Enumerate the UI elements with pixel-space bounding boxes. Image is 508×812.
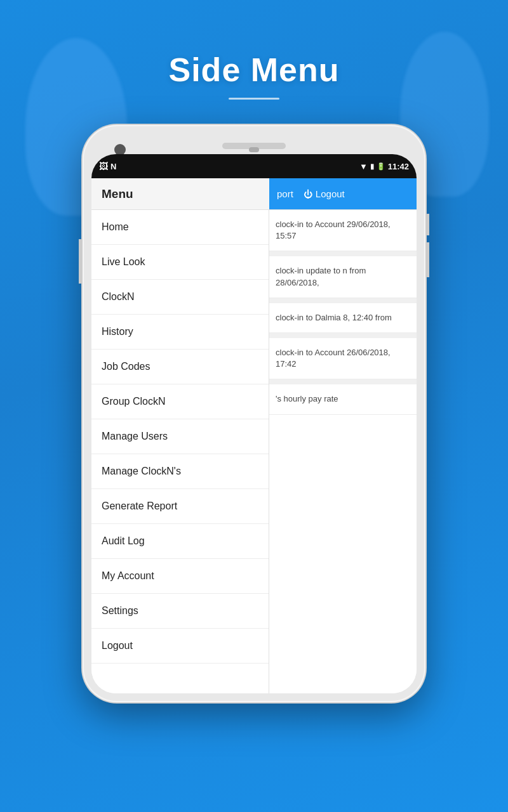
- menu-item-job-codes[interactable]: Job Codes: [91, 350, 269, 384]
- status-bar-right-icons: ▼ ▮ 🔋 11:42: [359, 162, 409, 171]
- activity-divider: [269, 251, 417, 256]
- activity-divider: [269, 379, 417, 384]
- activity-item: clock-in to Account 26/06/2018, 17:42: [269, 338, 417, 379]
- activity-item: clock-in to Account 29/06/2018, 15:57: [269, 210, 417, 251]
- app-bar-logout-button[interactable]: ⏻ Logout: [304, 188, 345, 199]
- app-bar-menu-title: Menu: [91, 187, 269, 201]
- menu-item-my-account[interactable]: My Account: [91, 559, 269, 594]
- activity-item: 's hourly pay rate: [269, 384, 417, 414]
- app-bar-actions: port ⏻ Logout: [269, 178, 417, 209]
- phone-body: 🖼 N ▼ ▮ 🔋 11:42 Menu port ⏻ Logout: [83, 125, 425, 702]
- activity-item: clock-in to Dalmia 8, 12:40 from: [269, 303, 417, 333]
- title-underline: [229, 98, 279, 100]
- volume-up-button: [425, 214, 429, 235]
- menu-item-manage-users[interactable]: Manage Users: [91, 419, 269, 454]
- menu-item-clockn[interactable]: ClockN: [91, 280, 269, 315]
- wifi-icon: ▼: [359, 162, 368, 171]
- phone-mockup: 🖼 N ▼ ▮ 🔋 11:42 Menu port ⏻ Logout: [79, 125, 429, 709]
- menu-item-logout[interactable]: Logout: [91, 629, 269, 664]
- app-bar-report-label[interactable]: port: [277, 188, 293, 199]
- status-bar-left-icons: 🖼 N: [99, 161, 116, 171]
- notification-icon-n: N: [110, 162, 116, 171]
- home-indicator: [249, 147, 259, 152]
- activity-feed: clock-in to Account 29/06/2018, 15:57clo…: [269, 210, 417, 693]
- side-menu: HomeLive LookClockNHistoryJob CodesGroup…: [91, 210, 269, 693]
- menu-item-manage-clockns[interactable]: Manage ClockN's: [91, 454, 269, 489]
- menu-item-audit-log[interactable]: Audit Log: [91, 524, 269, 559]
- status-time: 11:42: [388, 162, 409, 171]
- power-icon: ⏻: [304, 189, 312, 199]
- signal-icon: ▮: [370, 162, 374, 171]
- menu-item-home[interactable]: Home: [91, 210, 269, 245]
- notification-icon-image: 🖼: [99, 161, 108, 171]
- volume-down-button: [425, 242, 429, 277]
- status-bar: 🖼 N ▼ ▮ 🔋 11:42: [91, 154, 417, 178]
- activity-item: clock-in update to n from 28/06/2018,: [269, 256, 417, 298]
- menu-item-group-clockn[interactable]: Group ClockN: [91, 384, 269, 419]
- power-button: [79, 239, 83, 284]
- phone-screen: 🖼 N ▼ ▮ 🔋 11:42 Menu port ⏻ Logout: [91, 154, 417, 693]
- activity-divider: [269, 298, 417, 303]
- menu-item-generate-report[interactable]: Generate Report: [91, 489, 269, 524]
- app-bar: Menu port ⏻ Logout: [91, 178, 417, 210]
- page-title: Side Menu: [168, 51, 339, 89]
- menu-item-live-look[interactable]: Live Look: [91, 245, 269, 280]
- menu-item-settings[interactable]: Settings: [91, 594, 269, 629]
- menu-item-history[interactable]: History: [91, 315, 269, 350]
- activity-divider: [269, 333, 417, 338]
- battery-icon: 🔋: [377, 162, 385, 171]
- content-area: HomeLive LookClockNHistoryJob CodesGroup…: [91, 210, 417, 693]
